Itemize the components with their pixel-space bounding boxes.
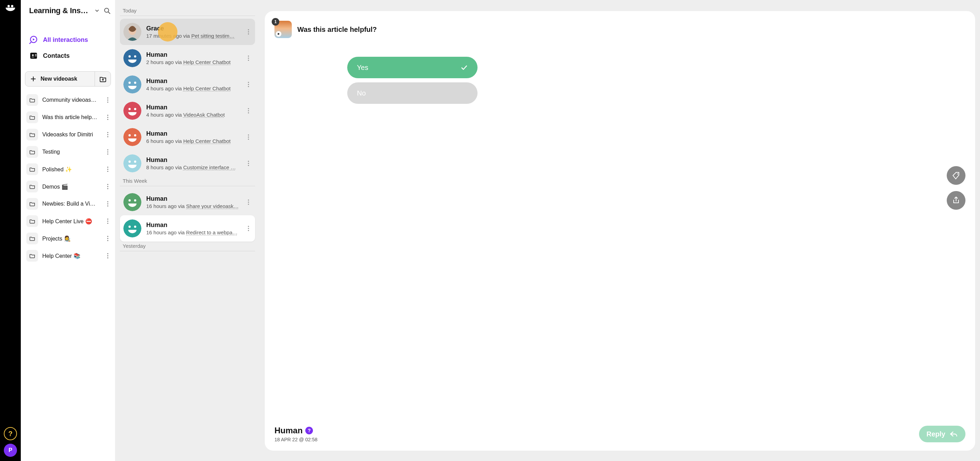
interaction-item[interactable]: Grace17 minutes ago via Pet sitting test…	[120, 19, 255, 45]
folder-icon	[26, 163, 38, 175]
interaction-menu-button[interactable]	[245, 160, 251, 166]
interaction-menu-button[interactable]	[245, 134, 251, 140]
list-section-heading: This Week	[120, 176, 255, 186]
interaction-item[interactable]: Human8 hours ago via Customize interface…	[120, 150, 255, 176]
answer-yes-button[interactable]: Yes	[347, 57, 477, 78]
nav-all-interactions-label: All interactions	[43, 36, 88, 44]
interaction-source-link[interactable]: Customize interface …	[183, 165, 236, 170]
folder-icon	[26, 215, 38, 227]
interaction-source-link[interactable]: Help Center Chatbot	[183, 138, 231, 144]
svg-point-41	[107, 253, 108, 254]
svg-point-63	[129, 108, 130, 110]
svg-point-73	[248, 138, 249, 139]
interaction-avatar	[123, 219, 142, 238]
chevron-down-icon	[94, 8, 100, 14]
detail-title: Was this article helpful?	[298, 25, 377, 33]
interaction-body: Human4 hours ago via Help Center Chatbot	[146, 78, 240, 91]
interaction-item[interactable]: Human16 hours ago via Share your videoas…	[120, 189, 255, 215]
interaction-avatar	[123, 154, 142, 173]
folder-item[interactable]: Polished ✨	[25, 161, 112, 178]
interaction-source-link[interactable]: Pet sitting testim…	[191, 33, 235, 39]
interaction-menu-button[interactable]	[245, 81, 251, 87]
new-videoask-button[interactable]: New videoask	[25, 72, 95, 86]
folder-item[interactable]: Testing	[25, 143, 112, 161]
answer-no-button[interactable]: No	[347, 82, 477, 104]
interaction-menu-button[interactable]	[245, 199, 251, 205]
folder-menu-button[interactable]	[105, 253, 111, 255]
svg-point-36	[107, 220, 108, 222]
interaction-body: Grace17 minutes ago via Pet sitting test…	[146, 25, 240, 39]
svg-point-34	[107, 205, 108, 206]
folder-menu-button[interactable]	[105, 131, 111, 138]
interaction-meta: 16 hours ago via Share your videoask…	[146, 203, 240, 209]
folder-menu-button[interactable]	[105, 235, 111, 242]
svg-point-59	[248, 82, 249, 83]
detail-thumbnail[interactable]: 1	[274, 21, 292, 38]
interaction-menu-button[interactable]	[245, 55, 251, 61]
play-icon	[276, 31, 282, 37]
interaction-item[interactable]: Human4 hours ago via VideoAsk Chatbot	[120, 98, 255, 124]
interaction-avatar	[123, 23, 142, 41]
interaction-source-link[interactable]: Redirect to a webpa…	[186, 230, 237, 235]
svg-point-77	[248, 161, 249, 162]
svg-point-61	[248, 86, 249, 87]
interaction-menu-button[interactable]	[245, 225, 251, 231]
svg-point-88	[134, 226, 136, 228]
interaction-source-link[interactable]: VideoAsk Chatbot	[183, 112, 225, 118]
svg-point-67	[248, 112, 249, 113]
interaction-item[interactable]: Human2 hours ago via Help Center Chatbot	[120, 45, 255, 71]
interaction-item[interactable]: Human4 hours ago via Help Center Chatbot	[120, 71, 255, 98]
svg-point-23	[107, 149, 108, 150]
svg-point-22	[107, 136, 108, 137]
interaction-name: Human	[146, 195, 240, 203]
folder-item[interactable]: Projects 👩‍🎨	[25, 230, 112, 247]
interaction-source-link[interactable]: Help Center Chatbot	[183, 86, 231, 91]
interaction-menu-button[interactable]	[245, 29, 251, 35]
new-videoask-row: New videoask	[25, 71, 111, 87]
interaction-source-link[interactable]: Share your videoask…	[186, 203, 239, 209]
interaction-item[interactable]: Human6 hours ago via Help Center Chatbot	[120, 124, 255, 150]
svg-point-71	[248, 134, 249, 135]
folder-item[interactable]: Newbies: Build a Vi…	[25, 195, 112, 212]
svg-point-42	[107, 255, 108, 255]
folder-menu-button[interactable]	[105, 201, 111, 207]
folder-item[interactable]: Videoasks for Dimitri	[25, 126, 112, 143]
interaction-name: Human	[146, 130, 240, 138]
svg-point-16	[107, 101, 108, 103]
nav-all-interactions[interactable]: All interactions	[27, 32, 109, 48]
svg-point-32	[107, 201, 108, 202]
svg-point-65	[248, 108, 249, 109]
interaction-source-link[interactable]: Help Center Chatbot	[183, 59, 231, 65]
answer-no-label: No	[357, 89, 366, 97]
folder-label: Newbies: Build a Vi…	[42, 201, 100, 207]
workspace-switcher[interactable]: Learning & Inspi…	[21, 0, 115, 21]
svg-point-17	[107, 114, 108, 116]
folder-menu-button[interactable]	[105, 149, 111, 155]
nav-contacts[interactable]: Contacts	[27, 48, 109, 64]
folder-menu-button[interactable]	[105, 218, 111, 224]
interaction-body: Human16 hours ago via Share your videoas…	[146, 195, 240, 209]
folder-menu-button[interactable]	[105, 97, 111, 103]
interaction-item[interactable]: Human16 hours ago via Redirect to a webp…	[120, 215, 255, 242]
search-icon[interactable]	[103, 7, 111, 14]
folder-icon	[26, 111, 38, 123]
svg-point-85	[248, 203, 249, 204]
folder-icon	[26, 181, 38, 192]
interaction-meta: 6 hours ago via Help Center Chatbot	[146, 138, 240, 144]
folder-item[interactable]: Was this article help…	[25, 109, 112, 126]
folder-item[interactable]: Community videoas…	[25, 91, 112, 109]
folder-item[interactable]: Help Center 📚	[25, 247, 112, 255]
interaction-body: Human6 hours ago via Help Center Chatbot	[146, 130, 240, 144]
detail-step-badge: 1	[272, 18, 279, 25]
svg-point-58	[134, 82, 136, 84]
folder-item[interactable]: Demos 🎬	[25, 178, 112, 195]
interaction-menu-button[interactable]	[245, 108, 251, 114]
contacts-icon	[29, 51, 38, 60]
new-folder-button[interactable]	[95, 72, 111, 86]
folder-menu-button[interactable]	[105, 184, 111, 190]
folder-item[interactable]: Help Center Live ⛔	[25, 212, 112, 230]
svg-point-1	[11, 5, 14, 7]
folder-label: Community videoas…	[42, 97, 100, 103]
folder-menu-button[interactable]	[105, 114, 111, 120]
folder-menu-button[interactable]	[105, 166, 111, 173]
